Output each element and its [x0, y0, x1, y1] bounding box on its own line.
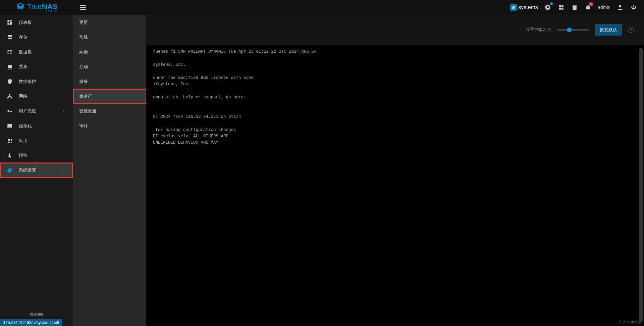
sidebar-item-data-protection[interactable]: 数据保护 [0, 74, 73, 89]
alerts-icon[interactable]: 1 [584, 4, 592, 11]
submenu-item-services[interactable]: 服务 [73, 74, 146, 89]
sidebar-item-apps[interactable]: 应用 [0, 133, 73, 148]
topbar: TrueNAS SCALE iX systems 1 admin [0, 0, 644, 15]
ix-text: systems [518, 4, 538, 10]
sidebar-item-reporting[interactable]: 报告 [0, 148, 73, 163]
submenu-item-advanced[interactable]: 高级 [73, 45, 146, 59]
submenu-label: 启动 [79, 64, 88, 70]
submenu-item-general[interactable]: 常规 [73, 30, 146, 45]
watermark: CSDN @莉法 [619, 320, 641, 325]
shell-toolbar: 设置字体大小: 恢复默认 ? [146, 15, 644, 45]
status-bar-url: 115.231.102.68/ui/system/shell [0, 319, 62, 326]
chevron-right-icon [62, 168, 66, 173]
help-icon[interactable]: ? [628, 27, 634, 33]
svg-point-4 [9, 94, 11, 96]
sidebar-item-label: 应用 [19, 138, 28, 144]
alerts-badge: 1 [589, 2, 593, 6]
checkin-icon[interactable] [544, 4, 551, 11]
sidebar-item-label: 存储 [19, 34, 28, 40]
terminal[interactable]: ruenas #1 SMP PREEMPT_DYNAMIC Tue Apr 23… [146, 45, 644, 326]
submenu-item-update[interactable]: 更新 [73, 15, 146, 30]
ix-icon: iX [510, 4, 517, 11]
checkin-badge [550, 2, 553, 5]
sidebar-item-storage[interactable]: 存储 [0, 30, 73, 45]
sidebar-item-dashboard[interactable]: 仪表板 [0, 15, 73, 30]
submenu-label: 审计 [79, 123, 88, 129]
terminal-output: ruenas #1 SMP PREEMPT_DYNAMIC Tue Apr 23… [153, 49, 317, 145]
svg-point-2 [7, 97, 9, 99]
font-size-label: 设置字体大小: [526, 27, 551, 33]
submenu-label: 高级 [79, 49, 88, 55]
submenu-label: 命令行 [79, 93, 92, 99]
sidebar-item-label: 系统设置 [19, 167, 36, 173]
truecommand-icon[interactable] [557, 4, 565, 11]
sidebar-item-label: 网络 [19, 93, 28, 99]
submenu-label: 服务 [79, 79, 88, 85]
submenu-label: 警报设置 [79, 108, 97, 114]
submenu-item-audit[interactable]: 审计 [73, 119, 146, 133]
submenu: 更新 常规 高级 启动 服务 命令行 警报设置 审计 [73, 15, 146, 326]
sidebar-item-credentials[interactable]: 用户凭证 [0, 104, 73, 119]
sidebar-item-virtualization[interactable]: 虚拟化 [0, 119, 73, 133]
account-icon[interactable] [616, 4, 624, 11]
svg-point-1 [619, 5, 622, 7]
logo-area[interactable]: TrueNAS SCALE [0, 2, 73, 13]
sidebar-item-label: 仪表板 [19, 19, 32, 26]
ixsystems-logo[interactable]: iX systems [510, 4, 538, 11]
topbar-right: iX systems 1 admin [510, 4, 637, 11]
content-area: 设置字体大小: 恢复默认 ? ruenas #1 SMP PREEMPT_DYN… [146, 15, 644, 326]
svg-point-5 [7, 110, 9, 112]
sidebar-item-shares[interactable]: 共享 [0, 59, 73, 74]
clipboard-icon[interactable] [571, 4, 578, 11]
submenu-label: 更新 [79, 19, 88, 26]
sidebar-item-label: 数据保护 [19, 79, 36, 85]
power-icon[interactable] [630, 4, 637, 11]
sidebar-item-label: 用户凭证 [19, 108, 36, 114]
sidebar-item-network[interactable]: 网络 [0, 89, 73, 104]
submenu-label: 常规 [79, 34, 88, 40]
chevron-right-icon [62, 109, 66, 114]
sidebar-item-system-settings[interactable]: 系统设置 [0, 163, 73, 178]
hostname-label: truenas [0, 312, 73, 317]
logo-text: TrueNAS [27, 2, 58, 11]
user-label[interactable]: admin [598, 5, 610, 10]
reset-defaults-button[interactable]: 恢复默认 [595, 24, 622, 36]
sidebar-item-label: 报告 [19, 152, 28, 158]
sidebar: 仪表板 存储 数据集 共享 数据保护 网络 [0, 15, 73, 326]
font-size-slider[interactable] [557, 29, 589, 31]
scrollbar[interactable] [639, 48, 643, 323]
sidebar-item-label: 共享 [19, 64, 28, 70]
logo-icon [16, 2, 25, 13]
sidebar-item-label: 虚拟化 [19, 123, 32, 129]
submenu-item-alerts[interactable]: 警报设置 [73, 104, 146, 119]
submenu-item-shell[interactable]: 命令行 [73, 89, 146, 104]
submenu-item-boot[interactable]: 启动 [73, 59, 146, 74]
slider-thumb[interactable] [567, 28, 572, 32]
sidebar-item-label: 数据集 [19, 49, 32, 55]
svg-point-3 [11, 97, 12, 99]
sidebar-item-datasets[interactable]: 数据集 [0, 45, 73, 59]
menu-toggle-button[interactable] [80, 2, 90, 12]
